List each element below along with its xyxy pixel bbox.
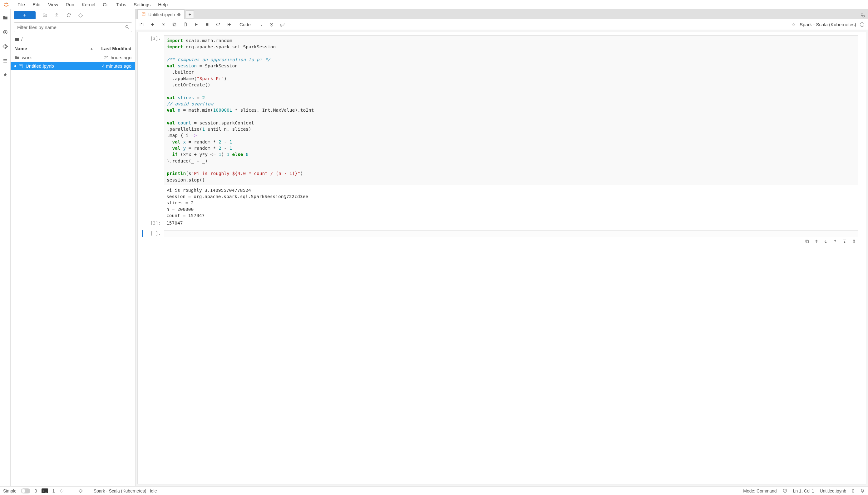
activity-bar	[0, 10, 11, 486]
file-name: work	[22, 55, 32, 60]
header-name-label[interactable]: Name	[14, 46, 27, 51]
code-cell[interactable]: [3]: import scala.math.random import org…	[141, 35, 858, 219]
breadcrumb-root: /	[21, 36, 22, 42]
svg-rect-7	[19, 64, 22, 68]
svg-rect-9	[142, 13, 145, 16]
menu-settings[interactable]: Settings	[131, 1, 153, 8]
git-label[interactable]: git	[280, 22, 285, 27]
menu-file[interactable]: File	[14, 1, 28, 8]
file-row[interactable]: Untitled.ipynb 4 minutes ago	[11, 62, 135, 70]
add-cell-icon[interactable]	[150, 22, 155, 27]
jupyter-logo[interactable]	[2, 1, 10, 8]
upload-icon[interactable]	[54, 13, 59, 18]
svg-rect-14	[174, 24, 176, 26]
svg-point-5	[6, 46, 6, 47]
simple-mode-toggle[interactable]	[21, 489, 30, 493]
file-filter-input[interactable]	[14, 22, 132, 32]
code-cell[interactable]: [ ]:	[141, 230, 858, 237]
svg-point-3	[5, 45, 5, 46]
code-editor[interactable]: import scala.math.random import org.apac…	[164, 35, 858, 185]
git-pull-icon[interactable]	[78, 13, 83, 18]
cell-type-selector[interactable]: Code ⌄	[240, 22, 263, 27]
file-list: work 21 hours ago Untitled.ipynb 4 minut…	[11, 53, 135, 486]
sort-caret-icon[interactable]: ▲	[90, 47, 93, 50]
duplicate-icon[interactable]	[805, 239, 809, 244]
notebook-icon	[18, 64, 23, 69]
header-modified-label[interactable]: Last Modified	[101, 46, 131, 51]
svg-rect-17	[185, 22, 186, 23]
kernel-status-icon[interactable]	[860, 22, 864, 27]
tab-label: Untitled.ipynb	[148, 12, 175, 17]
menu-run[interactable]: Run	[63, 1, 78, 8]
toc-icon[interactable]	[2, 58, 8, 64]
new-folder-icon[interactable]	[43, 13, 47, 18]
tabs-count: 0	[35, 489, 37, 493]
file-browser-panel: + / Name ▲ Last Mod	[11, 10, 135, 486]
tab-bar: Untitled.ipynb +	[135, 10, 868, 19]
svg-rect-18	[206, 23, 209, 26]
simple-mode-label: Simple	[3, 489, 17, 493]
insert-above-icon[interactable]	[833, 239, 838, 244]
tab-untitled[interactable]: Untitled.ipynb	[137, 10, 184, 19]
run-icon[interactable]	[194, 22, 199, 27]
running-kernels-icon[interactable]	[2, 29, 8, 35]
terminal-badge-icon[interactable]: s_	[42, 489, 48, 493]
trusted-icon[interactable]	[783, 489, 787, 493]
run-all-icon[interactable]	[227, 22, 231, 27]
dirty-dot-icon	[177, 13, 180, 16]
menu-help[interactable]: Help	[155, 1, 171, 8]
menu-bar: File Edit View Run Kernel Git Tabs Setti…	[0, 0, 868, 10]
file-row[interactable]: work 21 hours ago	[11, 53, 135, 62]
menu-git[interactable]: Git	[100, 1, 112, 8]
svg-rect-22	[805, 240, 808, 242]
cell-actions	[141, 238, 858, 245]
svg-point-24	[863, 15, 865, 17]
file-name: Untitled.ipynb	[26, 63, 54, 69]
extensions-icon[interactable]	[2, 72, 8, 78]
menu-view[interactable]: View	[45, 1, 61, 8]
copy-icon[interactable]	[172, 22, 177, 27]
svg-rect-2	[4, 32, 6, 33]
cut-icon[interactable]	[161, 22, 166, 27]
property-inspector-icon[interactable]	[860, 13, 866, 19]
notebook-area: Untitled.ipynb + Code ⌄	[135, 10, 868, 486]
menu-tabs[interactable]: Tabs	[113, 1, 129, 8]
chevron-down-icon: ⌄	[260, 22, 263, 27]
bug-icon[interactable]	[791, 22, 796, 27]
kernel-status-text: Spark - Scala (Kubernetes) | Idle	[94, 489, 157, 493]
git-branch-icon[interactable]	[78, 489, 83, 493]
svg-point-25	[61, 490, 63, 492]
file-modified: 4 minutes ago	[102, 63, 131, 69]
refresh-icon[interactable]	[66, 13, 71, 18]
notification-icon[interactable]	[860, 489, 865, 493]
save-icon[interactable]	[139, 22, 144, 27]
search-icon	[125, 24, 130, 30]
new-tab-button[interactable]: +	[186, 10, 194, 18]
file-browser-icon[interactable]	[2, 15, 8, 21]
menu-edit[interactable]: Edit	[29, 1, 44, 8]
delete-icon[interactable]	[851, 239, 856, 244]
menu-kernel[interactable]: Kernel	[79, 1, 98, 8]
kernel-name[interactable]: Spark - Scala (Kubernetes)	[800, 22, 856, 27]
move-down-icon[interactable]	[823, 239, 828, 244]
restart-icon[interactable]	[216, 22, 220, 27]
svg-rect-15	[173, 23, 176, 25]
svg-point-23	[861, 14, 863, 16]
file-list-header: Name ▲ Last Modified	[11, 44, 135, 53]
execute-result: 157047	[164, 220, 858, 227]
cell-output: Pi is roughly 3.140955704778524 session …	[164, 185, 858, 219]
lsp-icon[interactable]	[59, 489, 64, 493]
move-up-icon[interactable]	[814, 239, 819, 244]
clock-icon[interactable]	[269, 22, 274, 27]
stop-icon[interactable]	[205, 22, 210, 27]
paste-icon[interactable]	[183, 22, 187, 27]
svg-rect-8	[20, 65, 22, 66]
insert-below-icon[interactable]	[842, 239, 847, 244]
svg-rect-21	[806, 240, 808, 243]
code-editor[interactable]	[164, 230, 858, 237]
git-icon[interactable]	[2, 44, 8, 49]
breadcrumb[interactable]: /	[11, 35, 135, 44]
input-prompt: [3]:	[145, 35, 164, 219]
new-launcher-button[interactable]: +	[14, 11, 36, 19]
svg-point-20	[792, 23, 794, 25]
